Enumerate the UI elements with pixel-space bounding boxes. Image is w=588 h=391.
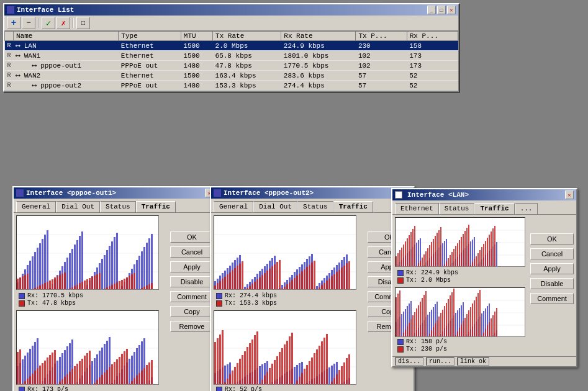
svg-rect-633: [403, 333, 404, 337]
dialog3-comment-btn[interactable]: Comment: [530, 293, 574, 304]
dialog1-content: Rx: 1770.5 kbps Tx: 47.8 kbps Rx: 173 p/…: [14, 212, 216, 391]
tab-traffic-1[interactable]: Traffic: [136, 201, 176, 212]
svg-rect-41: [109, 246, 111, 290]
svg-rect-26: [71, 249, 73, 290]
col-txp[interactable]: Tx P...: [356, 32, 407, 41]
svg-rect-54: [141, 251, 143, 290]
svg-rect-312: [276, 262, 278, 290]
svg-rect-25: [69, 253, 71, 290]
add-button[interactable]: +: [7, 17, 20, 29]
dialog1-comment-btn[interactable]: Comment: [170, 291, 214, 302]
dialog2-chart1: [214, 215, 356, 290]
svg-rect-10: [32, 256, 34, 290]
tab-general-1[interactable]: General: [16, 201, 56, 212]
row-rxrate: 274.4 kbps: [281, 81, 356, 91]
remove-toolbar-button[interactable]: −: [22, 17, 35, 29]
svg-rect-120: [22, 359, 24, 385]
svg-rect-72: [49, 281, 51, 290]
svg-rect-639: [414, 312, 415, 337]
svg-rect-446: [326, 334, 328, 385]
dialog3-apply-btn[interactable]: Apply: [530, 263, 574, 274]
col-name[interactable]: Name: [14, 32, 119, 41]
svg-rect-81: [71, 287, 73, 290]
svg-rect-286: [348, 289, 350, 290]
svg-rect-432: [291, 333, 293, 385]
apply-toolbar-button[interactable]: ✓: [42, 17, 55, 29]
svg-rect-88: [89, 278, 91, 290]
col-indicator[interactable]: [5, 32, 14, 41]
svg-rect-305: [259, 277, 261, 290]
minimize-button[interactable]: _: [427, 6, 436, 14]
svg-rect-195: [71, 369, 73, 385]
toolbar-separator: [38, 18, 39, 28]
tab-status-1[interactable]: Status: [100, 201, 136, 212]
row-type: Ethernet: [119, 71, 181, 81]
col-type[interactable]: Type: [119, 32, 181, 41]
tab-dialout-2[interactable]: Dial Out: [253, 201, 297, 212]
svg-rect-334: [331, 276, 333, 290]
svg-rect-206: [99, 377, 101, 385]
svg-rect-85: [81, 282, 83, 290]
row-indicator: R: [5, 41, 14, 51]
dialog3-ok-btn[interactable]: OK: [530, 233, 574, 245]
dialog1-remove-btn[interactable]: Remove: [170, 321, 214, 332]
tab-ethernet-3[interactable]: Ethernet: [395, 203, 439, 214]
tab-dialout-1[interactable]: Dial Out: [56, 201, 100, 212]
window-toolbar-button[interactable]: □: [76, 17, 90, 29]
svg-rect-320: [296, 276, 298, 290]
row-mtu: 1500: [181, 51, 212, 61]
svg-rect-77: [61, 274, 63, 290]
svg-rect-16: [47, 230, 48, 290]
table-row[interactable]: R ⟷ pppoe-out2 PPPoE out 1480 153.3 kbps…: [5, 81, 458, 91]
dialog1-copy-btn[interactable]: Copy: [170, 306, 214, 317]
svg-rect-60: [19, 277, 21, 290]
svg-rect-87: [86, 279, 88, 290]
svg-rect-82: [74, 286, 76, 290]
dialog3-cancel-btn[interactable]: Cancel: [530, 248, 574, 259]
svg-rect-28: [76, 240, 78, 290]
svg-rect-341: [348, 261, 350, 290]
legend-rx-color-1b: [19, 387, 25, 392]
table-row[interactable]: R ⟷ LAN Ethernet 1500 2.0 Mbps 224.9 kbp…: [5, 41, 458, 51]
col-rxp[interactable]: Rx P...: [407, 32, 458, 41]
svg-rect-682: [494, 312, 495, 337]
legend-tx-3b: Tx: 230 p/s: [397, 346, 527, 353]
row-mtu: 1500: [181, 71, 212, 81]
svg-rect-188: [54, 350, 56, 385]
dialog3-close[interactable]: ✕: [565, 191, 574, 199]
svg-rect-632: [401, 336, 402, 337]
col-rxrate[interactable]: Rx Rate: [281, 32, 356, 41]
dialog1-cancel-btn[interactable]: Cancel: [170, 246, 214, 258]
dialog1-disable-btn[interactable]: Disable: [170, 276, 214, 287]
svg-rect-29: [79, 236, 81, 290]
dialog2-title: Interface <pppoe-out2>: [224, 189, 314, 197]
tab-general-2[interactable]: General: [214, 201, 253, 212]
table-row[interactable]: R ⟷ pppoe-out1 PPPoE out 1480 47.8 kbps …: [5, 61, 458, 71]
dialog3-checkbox[interactable]: [395, 191, 402, 199]
maximize-button[interactable]: □: [437, 6, 446, 14]
dialog3-disable-btn[interactable]: Disable: [530, 278, 574, 289]
row-indicator: R: [5, 81, 14, 91]
col-txrate[interactable]: Tx Rate: [213, 32, 281, 41]
svg-rect-194: [69, 372, 71, 385]
tab-traffic-3[interactable]: Traffic: [474, 203, 514, 214]
svg-rect-27: [74, 245, 76, 290]
svg-rect-327: [314, 261, 315, 290]
dialog1-chart2-svg: [17, 311, 159, 385]
tab-status-2[interactable]: Status: [297, 201, 333, 212]
dialog1-ok-btn[interactable]: OK: [170, 231, 214, 243]
dialog1-apply-btn[interactable]: Apply: [170, 261, 214, 272]
svg-rect-73: [52, 279, 53, 290]
table-row[interactable]: R ⟷ WAN2 Ethernet 1500 163.4 kbps 283.6 …: [5, 71, 458, 81]
close-button[interactable]: ✕: [447, 6, 456, 14]
tab-traffic-2[interactable]: Traffic: [333, 201, 373, 212]
cancel-toolbar-button[interactable]: ✗: [57, 17, 70, 29]
svg-rect-436: [301, 373, 303, 385]
tab-status-3[interactable]: Status: [439, 203, 475, 214]
col-mtu[interactable]: MTU: [181, 32, 212, 41]
svg-rect-96: [109, 286, 111, 290]
tab-more-3[interactable]: ...: [515, 203, 538, 214]
svg-rect-591: [427, 315, 428, 337]
svg-rect-56: [146, 243, 148, 290]
table-row[interactable]: R ⟷ WAN1 Ethernet 1500 65.8 kbps 1801.0 …: [5, 51, 458, 61]
